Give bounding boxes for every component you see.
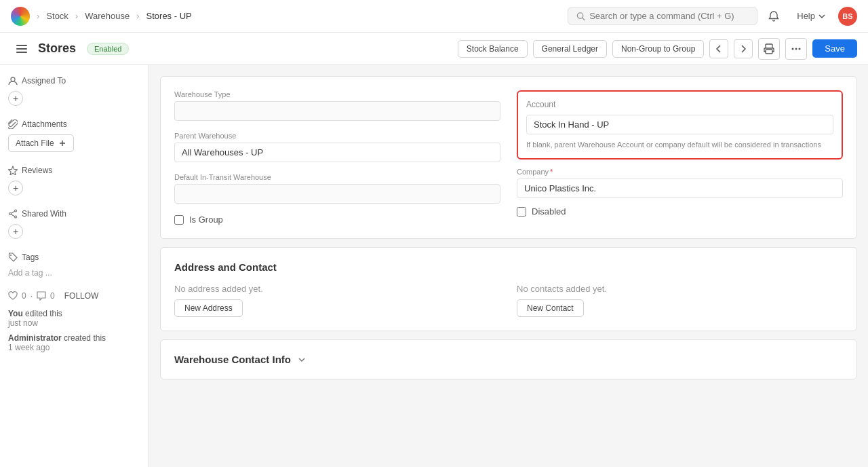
default-in-transit-label: Default In-Transit Warehouse [174,173,500,181]
breadcrumb-stock[interactable]: Stock [46,11,68,21]
sidebar: Assigned To + Attachments Attach File [0,65,149,467]
reviews-section: Reviews + [8,166,140,195]
warehouse-type-field: Warehouse Type [174,90,500,121]
form-right-column: Account If blank, parent Warehouse Accou… [517,90,843,225]
notifications-button[interactable] [763,5,785,27]
is-group-label[interactable]: Is Group [189,214,223,225]
company-field: Company * [517,168,843,198]
add-assigned-to-button[interactable]: + [8,91,23,106]
breadcrumb-warehouse[interactable]: Warehouse [85,11,130,21]
attachments-section: Attachments Attach File [8,119,140,152]
tag-icon [8,253,18,262]
plus-icon [58,139,66,147]
printer-icon [764,43,774,54]
svg-point-10 [11,77,15,81]
app-logo [11,7,30,26]
required-star: * [550,168,553,176]
create-log: Administrator created this 1 week ago [8,333,140,352]
warehouse-contact-info-header[interactable]: Warehouse Contact Info [174,354,843,365]
is-group-field: Is Group [174,214,500,225]
more-options-button[interactable] [785,38,807,60]
prev-record-button[interactable] [709,39,728,58]
reviews-label: Reviews [8,166,140,175]
attachments-label: Attachments [8,119,140,129]
svg-rect-2 [16,45,27,46]
warehouse-contact-info-title: Warehouse Contact Info [174,354,291,365]
company-input[interactable] [517,179,843,198]
comment-icon [37,291,46,301]
reactions-row: 0 · 0 FOLLOW [8,291,140,301]
stock-balance-button[interactable]: Stock Balance [458,40,528,58]
account-field-box: Account If blank, parent Warehouse Accou… [517,90,843,160]
non-group-to-group-button[interactable]: Non-Group to Group [612,40,704,58]
help-button[interactable]: Help [790,8,833,24]
no-address-text: No address added yet. [174,284,500,294]
disabled-label[interactable]: Disabled [532,206,566,217]
address-contact-row: No address added yet. New Address No con… [174,284,843,317]
address-column: No address added yet. New Address [174,284,500,317]
new-address-button[interactable]: New Address [174,299,243,317]
page-title: Stores [38,41,76,56]
svg-line-17 [11,211,14,213]
save-button[interactable]: Save [812,39,857,58]
address-contact-card: Address and Contact No address added yet… [160,247,857,331]
follow-button[interactable]: FOLLOW [64,291,99,301]
account-label: Account [526,100,833,109]
more-dots-icon [791,43,802,54]
svg-rect-6 [766,50,772,54]
add-shared-with-button[interactable]: + [8,224,23,239]
tags-section: Tags Add a tag ... [8,253,140,278]
contact-column: No contacts added yet. New Contact [517,284,843,317]
search-bar[interactable] [568,7,757,25]
svg-point-7 [792,48,794,50]
svg-rect-5 [766,44,772,48]
add-review-button[interactable]: + [8,181,23,195]
chevron-down-icon [818,12,826,20]
default-in-transit-field: Default In-Transit Warehouse [174,173,500,204]
svg-marker-13 [9,166,18,175]
breadcrumb-sep-3: › [136,11,139,21]
star-icon [8,166,18,175]
add-tag-label[interactable]: Add a tag ... [8,268,52,278]
disabled-field: Disabled [517,206,843,217]
default-in-transit-input[interactable] [174,184,500,204]
svg-point-9 [799,48,801,50]
sidebar-toggle-button[interactable] [11,38,33,60]
user-icon [8,76,18,86]
parent-warehouse-input[interactable] [174,143,500,162]
address-contact-title: Address and Contact [174,261,843,273]
parent-warehouse-label: Parent Warehouse [174,132,500,140]
svg-point-14 [15,210,17,212]
svg-rect-4 [16,52,27,53]
search-input[interactable] [589,11,749,21]
next-record-button[interactable] [734,39,753,58]
company-label: Company * [517,168,843,176]
print-button[interactable] [758,38,780,60]
shared-with-section: Shared With + [8,209,140,239]
heart-icon [8,291,18,301]
sidebar-bottom: 0 · 0 FOLLOW You edited this just now Ad… [8,291,140,352]
menu-icon [16,43,27,54]
main-content: Warehouse Type Parent Warehouse Default … [149,65,868,467]
is-group-checkbox[interactable] [174,215,184,225]
assigned-to-label: Assigned To [8,76,140,86]
top-navigation: › Stock › Warehouse › Stores - UP Help B… [0,0,868,33]
share-icon [8,209,18,219]
svg-line-1 [583,18,585,20]
account-input[interactable] [526,115,833,134]
chevron-right-icon [738,44,748,54]
attach-file-button[interactable]: Attach File [8,134,74,152]
form-left-column: Warehouse Type Parent Warehouse Default … [174,90,500,225]
warehouse-type-input[interactable] [174,101,500,121]
disabled-checkbox[interactable] [517,207,526,217]
warehouse-type-label: Warehouse Type [174,90,500,98]
general-ledger-button[interactable]: General Ledger [533,40,607,58]
avatar: BS [838,7,857,26]
chevron-down-icon [296,354,307,365]
breadcrumb-sep-2: › [75,11,78,21]
shared-with-label: Shared With [8,209,140,219]
parent-warehouse-field: Parent Warehouse [174,132,500,162]
svg-line-18 [11,214,14,217]
new-contact-button[interactable]: New Contact [517,299,584,317]
search-icon [576,12,585,21]
